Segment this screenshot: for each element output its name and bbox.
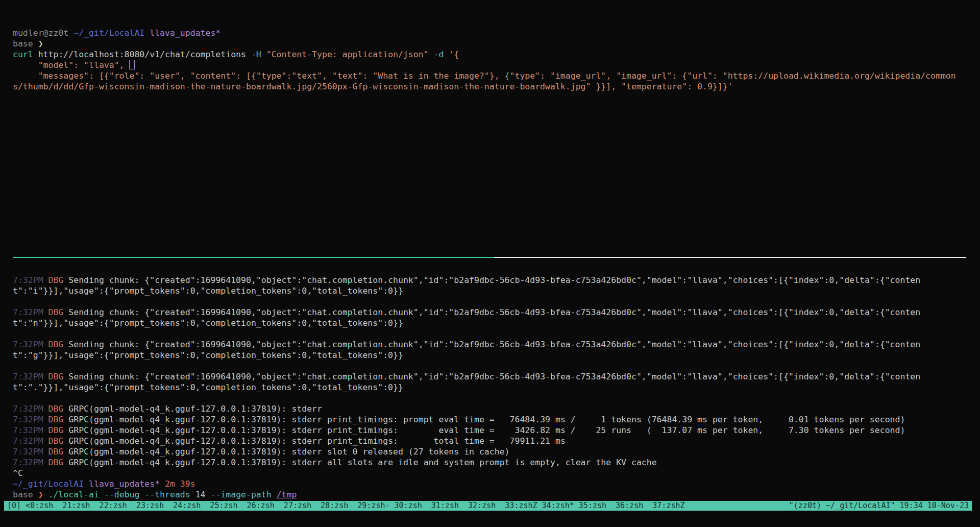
pane-divider[interactable] xyxy=(0,257,980,258)
text-segment: llava_updates* xyxy=(144,28,220,38)
text-segment: 7:32PM xyxy=(13,447,48,457)
text-segment: --image-path xyxy=(210,490,271,499)
text-segment: http://localhost:8080/v1/chat/completion… xyxy=(33,50,251,59)
text-segment: 7:32PM xyxy=(13,415,48,424)
text-segment xyxy=(99,490,104,499)
terminal-line: base ❯ xyxy=(13,38,958,49)
log-terminal-pane[interactable]: 7:32PM DBG Sending chunk: {"created":169… xyxy=(13,275,958,500)
text-segment: 2m 39s xyxy=(160,479,195,489)
tmux-status-bar: [0] <0:zsh 21:zsh 22:zsh 23:zsh 24:zsh 2… xyxy=(4,501,972,511)
text-segment: GRPC(ggml-model-q4_k.gguf-127.0.0.1:3781… xyxy=(68,425,905,435)
text-segment: --debug xyxy=(104,490,140,499)
text-segment: DBG xyxy=(48,404,69,414)
terminal-line: ~/_git/LocalAI llava_updates* 2m 39s xyxy=(13,478,958,489)
terminal-line: 7:32PM DBG GRPC(ggml-model-q4_k.gguf-127… xyxy=(13,457,958,468)
text-segment: curl xyxy=(13,50,33,59)
text-segment: '{ xyxy=(449,50,459,59)
terminal-line: base ❯ ./local-ai --debug --threads 14 -… xyxy=(13,489,958,500)
text-segment: DBG xyxy=(48,307,69,317)
top-terminal-pane[interactable]: mudler@zz0t ~/_git/LocalAI llava_updates… xyxy=(13,28,958,92)
text-segment: ./local-ai xyxy=(48,490,99,499)
text-segment: DBG xyxy=(48,372,69,381)
terminal-line: "messages": [{"role": "user", "content":… xyxy=(13,70,958,92)
text-segment: GRPC(ggml-model-q4_k.gguf-127.0.0.1:3781… xyxy=(68,447,509,457)
text-segment: DBG xyxy=(48,415,69,424)
text-segment: -H xyxy=(251,50,261,59)
terminal-line xyxy=(13,328,958,339)
terminal-line xyxy=(13,393,958,403)
terminal-line xyxy=(13,361,958,371)
text-segment: ❯ xyxy=(38,490,48,499)
tmux-window-list[interactable]: [0] <0:zsh 21:zsh 22:zsh 23:zsh 24:zsh 2… xyxy=(7,501,685,511)
terminal-line: curl http://localhost:8080/v1/chat/compl… xyxy=(13,49,958,60)
text-segment: GRPC(ggml-model-q4_k.gguf-127.0.0.1:3781… xyxy=(68,458,656,467)
text-segment: DBG xyxy=(48,436,69,446)
terminal-line: 7:32PM DBG Sending chunk: {"created":169… xyxy=(13,275,958,296)
text-segment: ❯ xyxy=(38,39,43,49)
terminal-line: 7:32PM DBG GRPC(ggml-model-q4_k.gguf-127… xyxy=(13,425,958,436)
text-segment xyxy=(272,490,277,499)
text-segment: Sending chunk: {"created":1699641090,"ob… xyxy=(13,340,920,360)
text-segment: ~/_git/LocalAI xyxy=(13,479,84,489)
text-segment: ^C xyxy=(13,468,23,478)
text-segment: /tmp xyxy=(277,490,297,499)
text-segment: GRPC(ggml-model-q4_k.gguf-127.0.0.1:3781… xyxy=(68,415,905,424)
text-segment: 7:32PM xyxy=(13,372,48,381)
text-segment: 7:32PM xyxy=(13,307,48,317)
terminal-line: 7:32PM DBG Sending chunk: {"created":169… xyxy=(13,307,958,328)
terminal-line: 7:32PM DBG GRPC(ggml-model-q4_k.gguf-127… xyxy=(13,446,958,457)
text-segment: GRPC(ggml-model-q4_k.gguf-127.0.0.1:3781… xyxy=(68,436,566,446)
terminal-line: 7:32PM DBG Sending chunk: {"created":169… xyxy=(13,371,958,393)
terminal-line: 7:32PM DBG GRPC(ggml-model-q4_k.gguf-127… xyxy=(13,403,958,414)
tmux-session-info: "(zz0t) ~/_git/LocalAI" 19:34 10-Nov-23 xyxy=(789,501,969,511)
text-segment: Sending chunk: {"created":1699641090,"ob… xyxy=(13,307,920,328)
text-segment: ~/_git/LocalAI xyxy=(74,28,144,38)
terminal-line: 7:32PM DBG GRPC(ggml-model-q4_k.gguf-127… xyxy=(13,414,958,425)
text-segment: 14 xyxy=(190,490,211,499)
terminal-line: mudler@zz0t ~/_git/LocalAI llava_updates… xyxy=(13,28,958,38)
terminal-line: 7:32PM DBG Sending chunk: {"created":169… xyxy=(13,339,958,361)
text-segment: 7:32PM xyxy=(13,340,48,349)
text-segment: Sending chunk: {"created":1699641090,"ob… xyxy=(13,275,920,296)
text-segment: --threads xyxy=(144,490,190,499)
terminal-cursor xyxy=(129,60,135,69)
text-segment: DBG xyxy=(48,275,69,285)
text-segment xyxy=(139,490,144,499)
text-segment: DBG xyxy=(48,458,69,467)
text-segment xyxy=(444,50,449,59)
text-segment: mudler@zz0t xyxy=(13,28,74,38)
text-segment: 7:32PM xyxy=(13,275,48,285)
terminal-line: 7:32PM DBG GRPC(ggml-model-q4_k.gguf-127… xyxy=(13,436,958,446)
pane-divider-inactive-segment xyxy=(494,257,966,258)
text-segment: llava_updates* xyxy=(84,479,160,489)
text-segment: 7:32PM xyxy=(13,458,48,467)
text-segment: GRPC(ggml-model-q4_k.gguf-127.0.0.1:3781… xyxy=(68,404,327,414)
text-segment: 7:32PM xyxy=(13,404,48,414)
terminal-window: mudler@zz0t ~/_git/LocalAI llava_updates… xyxy=(0,0,980,527)
text-segment: "Content-Type: application/json" xyxy=(266,50,429,59)
text-segment: DBG xyxy=(48,425,69,435)
text-segment xyxy=(261,50,266,59)
text-segment: -d xyxy=(434,50,444,59)
terminal-line xyxy=(13,296,958,307)
text-segment: DBG xyxy=(48,340,69,349)
terminal-line: ^C xyxy=(13,468,958,478)
text-segment: base xyxy=(13,39,38,49)
pane-divider-active-segment xyxy=(13,257,494,258)
text-segment: "model": "llava", xyxy=(13,60,129,70)
text-segment: 7:32PM xyxy=(13,425,48,435)
text-segment xyxy=(429,50,434,59)
text-segment: "messages": [{"role": "user", "content":… xyxy=(13,71,956,91)
terminal-line: "model": "llava", xyxy=(13,60,958,70)
text-segment: DBG xyxy=(48,447,69,457)
text-segment: 7:32PM xyxy=(13,436,48,446)
text-segment: Sending chunk: {"created":1699641090,"ob… xyxy=(13,372,920,392)
text-segment: base xyxy=(13,490,38,499)
